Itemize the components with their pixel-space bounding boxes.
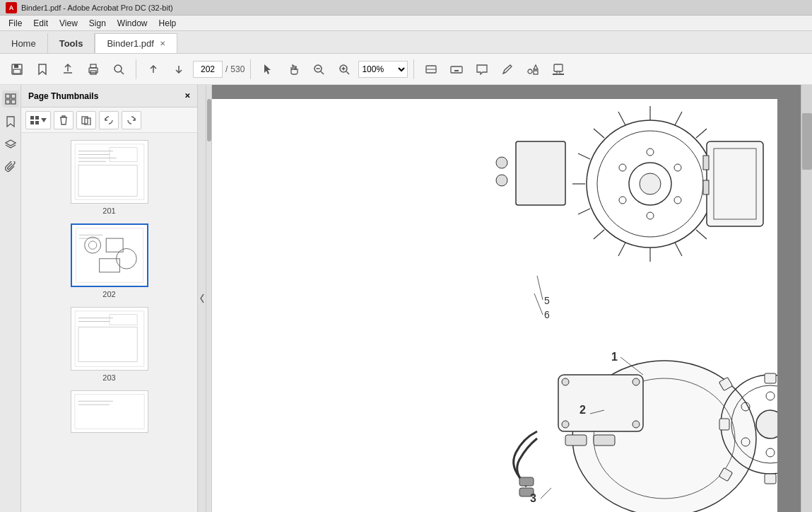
page-total: 530 xyxy=(230,64,245,74)
pdf-scrollbar[interactable] xyxy=(801,85,812,512)
cursor-icon xyxy=(261,63,274,76)
attachments-panel-button[interactable] xyxy=(2,158,19,175)
hand-tool-button[interactable] xyxy=(282,58,305,81)
rotate-ccw-icon xyxy=(104,115,114,125)
delete-page-button[interactable] xyxy=(54,111,73,129)
menu-sign[interactable]: Sign xyxy=(83,17,112,30)
thumbnail-201[interactable]: 201 xyxy=(71,140,148,215)
tab-bar: Home Tools Binder1.pdf ✕ xyxy=(0,31,812,54)
rotate-ccw-button[interactable] xyxy=(99,111,119,129)
thumb-drawing-203 xyxy=(71,308,148,370)
panel-close-button[interactable]: ✕ xyxy=(184,92,190,100)
attachments-icon xyxy=(5,161,16,173)
search-button[interactable] xyxy=(107,58,130,81)
thumbnail-203[interactable]: 203 xyxy=(71,307,148,382)
bookmark-icon xyxy=(36,63,49,76)
thumbnail-204[interactable] xyxy=(71,390,148,433)
svg-rect-32 xyxy=(557,71,560,74)
bookmark-button[interactable] xyxy=(31,58,54,81)
svg-point-128 xyxy=(562,421,569,428)
rotate-cw-button[interactable] xyxy=(122,111,141,129)
pdf-area: 5 6 xyxy=(212,85,801,512)
svg-rect-98 xyxy=(516,141,565,205)
menu-edit[interactable]: Edit xyxy=(28,17,54,30)
svg-point-129 xyxy=(632,378,640,385)
upload-icon xyxy=(61,63,74,76)
page-separator: / xyxy=(225,64,228,74)
keyboard-button[interactable] xyxy=(445,58,468,81)
tab-tools[interactable]: Tools xyxy=(48,33,95,53)
svg-rect-97 xyxy=(703,180,709,194)
sidebar-icons xyxy=(0,85,21,512)
insert-page-button[interactable] xyxy=(76,111,96,129)
thumbnail-202[interactable]: 202 xyxy=(71,223,148,298)
svg-text:6: 6 xyxy=(544,309,550,320)
zoom-in-button[interactable] xyxy=(333,58,355,81)
print-button[interactable] xyxy=(82,58,105,81)
pdf-scrollbar-thumb[interactable] xyxy=(802,113,812,170)
svg-rect-51 xyxy=(76,228,143,282)
bookmarks-panel-button[interactable] xyxy=(2,113,19,130)
tab-close-button[interactable]: ✕ xyxy=(160,40,165,47)
svg-rect-96 xyxy=(703,156,709,170)
menu-window[interactable]: Window xyxy=(112,17,153,30)
menu-view[interactable]: View xyxy=(54,17,83,30)
svg-rect-38 xyxy=(30,116,34,120)
comment-button[interactable] xyxy=(471,58,493,81)
pen-icon xyxy=(501,63,514,76)
pen-button[interactable] xyxy=(496,58,519,81)
panel-collapse-handle[interactable] xyxy=(198,85,206,512)
cursor-tool-button[interactable] xyxy=(257,58,279,81)
tab-pdf[interactable]: Binder1.pdf ✕ xyxy=(95,33,177,53)
svg-rect-109 xyxy=(765,373,776,383)
svg-text:3: 3 xyxy=(530,492,536,504)
svg-rect-124 xyxy=(558,375,643,431)
svg-point-87 xyxy=(640,173,661,194)
next-page-button[interactable] xyxy=(167,58,190,81)
dropdown-icon xyxy=(41,118,47,122)
thumbnail-grid-icon xyxy=(30,115,40,125)
thumb-drawing-201 xyxy=(71,141,148,203)
svg-marker-28 xyxy=(534,65,538,69)
thumb-page-201[interactable] xyxy=(71,140,148,204)
page-number-input[interactable] xyxy=(193,61,223,78)
svg-rect-41 xyxy=(35,121,39,124)
chevron-left-icon xyxy=(199,293,205,304)
fit-page-button[interactable] xyxy=(420,58,442,81)
prev-page-button[interactable] xyxy=(142,58,165,81)
svg-marker-3 xyxy=(39,64,46,74)
hand-icon xyxy=(287,63,300,76)
panel-scrollbar-thumb[interactable] xyxy=(207,99,211,141)
thumbnails-panel: Page Thumbnails ✕ xyxy=(21,85,198,512)
thumbnails-panel-button[interactable] xyxy=(2,91,19,107)
save-button[interactable] xyxy=(6,58,28,81)
svg-rect-125 xyxy=(565,435,587,446)
svg-rect-126 xyxy=(594,435,615,446)
panel-scrollbar[interactable] xyxy=(206,85,212,512)
insert-pages-icon xyxy=(81,115,91,125)
thumbnail-options-button[interactable] xyxy=(25,111,51,129)
svg-rect-1 xyxy=(14,64,18,68)
svg-rect-94 xyxy=(707,141,763,226)
delete-icon xyxy=(59,115,69,125)
zoom-select[interactable]: 50% 75% 100% 125% 150% 200% xyxy=(358,61,408,78)
menu-file[interactable]: File xyxy=(3,17,28,30)
thumb-page-203[interactable] xyxy=(71,307,148,371)
svg-rect-18 xyxy=(451,66,462,73)
shapes-button[interactable] xyxy=(522,58,544,81)
svg-marker-37 xyxy=(7,117,14,127)
stamps-button[interactable] xyxy=(547,58,570,81)
menu-help[interactable]: Help xyxy=(153,17,182,30)
thumb-page-204[interactable] xyxy=(71,390,148,433)
upload-button[interactable] xyxy=(57,58,79,81)
svg-point-99 xyxy=(496,157,507,168)
zoom-in-icon xyxy=(338,63,351,76)
thumb-page-202[interactable] xyxy=(71,223,148,287)
layers-panel-button[interactable] xyxy=(2,136,19,153)
tab-home[interactable]: Home xyxy=(0,33,48,53)
sep3 xyxy=(413,59,414,79)
next-page-icon xyxy=(172,63,185,76)
zoom-out-button[interactable] xyxy=(307,58,330,81)
sep2 xyxy=(250,59,251,79)
panel-toolbar xyxy=(21,107,197,133)
